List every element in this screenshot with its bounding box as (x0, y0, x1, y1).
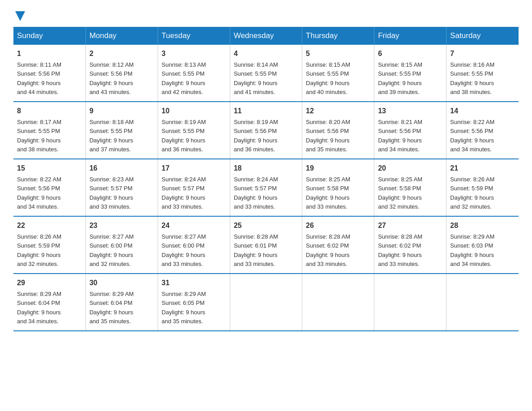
day-info: Sunrise: 8:28 AMSunset: 6:02 PMDaylight:… (378, 233, 422, 267)
day-info: Sunrise: 8:21 AMSunset: 5:56 PMDaylight:… (378, 119, 422, 153)
day-number: 31 (162, 278, 226, 288)
day-number: 28 (450, 220, 515, 231)
day-info: Sunrise: 8:22 AMSunset: 5:56 PMDaylight:… (17, 176, 61, 210)
calendar-cell: 21 Sunrise: 8:26 AMSunset: 5:59 PMDaylig… (446, 159, 519, 216)
day-info: Sunrise: 8:25 AMSunset: 5:58 PMDaylight:… (306, 176, 350, 210)
calendar-table: Sunday Monday Tuesday Wednesday Thursday… (13, 27, 519, 331)
col-friday: Friday (374, 27, 446, 45)
day-info: Sunrise: 8:15 AMSunset: 5:55 PMDaylight:… (378, 61, 422, 95)
calendar-cell: 29 Sunrise: 8:29 AMSunset: 6:04 PMDaylig… (13, 274, 86, 331)
day-info: Sunrise: 8:28 AMSunset: 6:01 PMDaylight:… (234, 233, 278, 267)
day-info: Sunrise: 8:29 AMSunset: 6:04 PMDaylight:… (17, 291, 61, 325)
day-info: Sunrise: 8:29 AMSunset: 6:05 PMDaylight:… (162, 291, 206, 325)
calendar-cell: 11 Sunrise: 8:19 AMSunset: 5:56 PMDaylig… (230, 102, 302, 159)
calendar-week-4: 22 Sunrise: 8:26 AMSunset: 5:59 PMDaylig… (13, 216, 519, 274)
calendar-cell (374, 274, 446, 331)
day-number: 23 (90, 220, 154, 231)
day-info: Sunrise: 8:23 AMSunset: 5:57 PMDaylight:… (90, 176, 134, 210)
day-info: Sunrise: 8:22 AMSunset: 5:56 PMDaylight:… (450, 119, 494, 153)
day-number: 26 (306, 220, 370, 231)
day-number: 25 (234, 220, 298, 231)
day-info: Sunrise: 8:24 AMSunset: 5:57 PMDaylight:… (162, 176, 206, 210)
day-number: 5 (306, 48, 370, 59)
calendar-cell: 5 Sunrise: 8:15 AMSunset: 5:55 PMDayligh… (302, 45, 374, 102)
calendar-cell: 8 Sunrise: 8:17 AMSunset: 5:55 PMDayligh… (13, 102, 86, 159)
day-number: 7 (450, 48, 515, 59)
day-number: 16 (90, 163, 154, 174)
calendar-cell: 7 Sunrise: 8:16 AMSunset: 5:55 PMDayligh… (446, 45, 519, 102)
calendar-cell: 27 Sunrise: 8:28 AMSunset: 6:02 PMDaylig… (374, 216, 446, 274)
day-number: 12 (306, 106, 370, 116)
calendar-week-2: 8 Sunrise: 8:17 AMSunset: 5:55 PMDayligh… (13, 102, 519, 159)
col-sunday: Sunday (13, 27, 86, 45)
day-info: Sunrise: 8:15 AMSunset: 5:55 PMDaylight:… (306, 61, 350, 95)
calendar-cell: 9 Sunrise: 8:18 AMSunset: 5:55 PMDayligh… (86, 102, 158, 159)
calendar-cell: 15 Sunrise: 8:22 AMSunset: 5:56 PMDaylig… (13, 159, 86, 216)
calendar-cell: 22 Sunrise: 8:26 AMSunset: 5:59 PMDaylig… (13, 216, 86, 274)
day-info: Sunrise: 8:27 AMSunset: 6:00 PMDaylight:… (162, 233, 206, 267)
day-info: Sunrise: 8:13 AMSunset: 5:55 PMDaylight:… (162, 61, 206, 95)
calendar-cell: 28 Sunrise: 8:29 AMSunset: 6:03 PMDaylig… (446, 216, 519, 274)
calendar-cell: 16 Sunrise: 8:23 AMSunset: 5:57 PMDaylig… (86, 159, 158, 216)
calendar-cell: 6 Sunrise: 8:15 AMSunset: 5:55 PMDayligh… (374, 45, 446, 102)
day-number: 18 (234, 163, 298, 174)
day-info: Sunrise: 8:25 AMSunset: 5:58 PMDaylight:… (378, 176, 422, 210)
day-number: 15 (17, 163, 82, 174)
calendar-cell: 12 Sunrise: 8:20 AMSunset: 5:56 PMDaylig… (302, 102, 374, 159)
calendar-cell (446, 274, 519, 331)
day-number: 21 (450, 163, 515, 174)
calendar-header: Sunday Monday Tuesday Wednesday Thursday… (13, 27, 519, 45)
calendar-cell: 31 Sunrise: 8:29 AMSunset: 6:05 PMDaylig… (158, 274, 230, 331)
day-info: Sunrise: 8:20 AMSunset: 5:56 PMDaylight:… (306, 119, 350, 153)
day-number: 6 (378, 48, 442, 59)
day-number: 2 (90, 48, 154, 59)
col-thursday: Thursday (302, 27, 374, 45)
calendar-week-5: 29 Sunrise: 8:29 AMSunset: 6:04 PMDaylig… (13, 274, 519, 331)
day-info: Sunrise: 8:27 AMSunset: 6:00 PMDaylight:… (90, 233, 134, 267)
day-info: Sunrise: 8:11 AMSunset: 5:56 PMDaylight:… (17, 61, 61, 95)
day-number: 20 (378, 163, 442, 174)
logo-arrow-icon (15, 11, 25, 21)
day-number: 17 (162, 163, 226, 174)
calendar-cell: 18 Sunrise: 8:24 AMSunset: 5:57 PMDaylig… (230, 159, 302, 216)
col-monday: Monday (86, 27, 158, 45)
day-info: Sunrise: 8:26 AMSunset: 5:59 PMDaylight:… (17, 233, 61, 267)
calendar-cell: 3 Sunrise: 8:13 AMSunset: 5:55 PMDayligh… (158, 45, 230, 102)
header-row: Sunday Monday Tuesday Wednesday Thursday… (13, 27, 519, 45)
day-info: Sunrise: 8:12 AMSunset: 5:56 PMDaylight:… (90, 61, 134, 95)
calendar-cell: 10 Sunrise: 8:19 AMSunset: 5:55 PMDaylig… (158, 102, 230, 159)
calendar-cell: 20 Sunrise: 8:25 AMSunset: 5:58 PMDaylig… (374, 159, 446, 216)
day-number: 30 (90, 278, 154, 288)
day-number: 10 (162, 106, 226, 116)
calendar-week-1: 1 Sunrise: 8:11 AMSunset: 5:56 PMDayligh… (13, 45, 519, 102)
calendar-cell: 4 Sunrise: 8:14 AMSunset: 5:55 PMDayligh… (230, 45, 302, 102)
day-info: Sunrise: 8:14 AMSunset: 5:55 PMDaylight:… (234, 61, 278, 95)
day-info: Sunrise: 8:26 AMSunset: 5:59 PMDaylight:… (450, 176, 494, 210)
day-info: Sunrise: 8:19 AMSunset: 5:56 PMDaylight:… (234, 119, 278, 153)
day-number: 8 (17, 106, 82, 116)
day-info: Sunrise: 8:29 AMSunset: 6:03 PMDaylight:… (450, 233, 494, 267)
day-number: 24 (162, 220, 226, 231)
day-number: 27 (378, 220, 442, 231)
calendar-body: 1 Sunrise: 8:11 AMSunset: 5:56 PMDayligh… (13, 45, 519, 331)
day-number: 14 (450, 106, 515, 116)
calendar-cell: 24 Sunrise: 8:27 AMSunset: 6:00 PMDaylig… (158, 216, 230, 274)
day-number: 22 (17, 220, 82, 231)
day-number: 11 (234, 106, 298, 116)
day-number: 4 (234, 48, 298, 59)
calendar-cell: 13 Sunrise: 8:21 AMSunset: 5:56 PMDaylig… (374, 102, 446, 159)
col-saturday: Saturday (446, 27, 519, 45)
calendar-cell: 30 Sunrise: 8:29 AMSunset: 6:04 PMDaylig… (86, 274, 158, 331)
calendar-cell (302, 274, 374, 331)
calendar-cell: 26 Sunrise: 8:28 AMSunset: 6:02 PMDaylig… (302, 216, 374, 274)
calendar-cell: 19 Sunrise: 8:25 AMSunset: 5:58 PMDaylig… (302, 159, 374, 216)
day-number: 1 (17, 48, 82, 59)
day-info: Sunrise: 8:28 AMSunset: 6:02 PMDaylight:… (306, 233, 350, 267)
page-header (13, 9, 519, 19)
day-number: 3 (162, 48, 226, 59)
calendar-cell: 25 Sunrise: 8:28 AMSunset: 6:01 PMDaylig… (230, 216, 302, 274)
calendar-cell: 17 Sunrise: 8:24 AMSunset: 5:57 PMDaylig… (158, 159, 230, 216)
calendar-cell: 14 Sunrise: 8:22 AMSunset: 5:56 PMDaylig… (446, 102, 519, 159)
logo (13, 9, 25, 19)
day-number: 29 (17, 278, 82, 288)
